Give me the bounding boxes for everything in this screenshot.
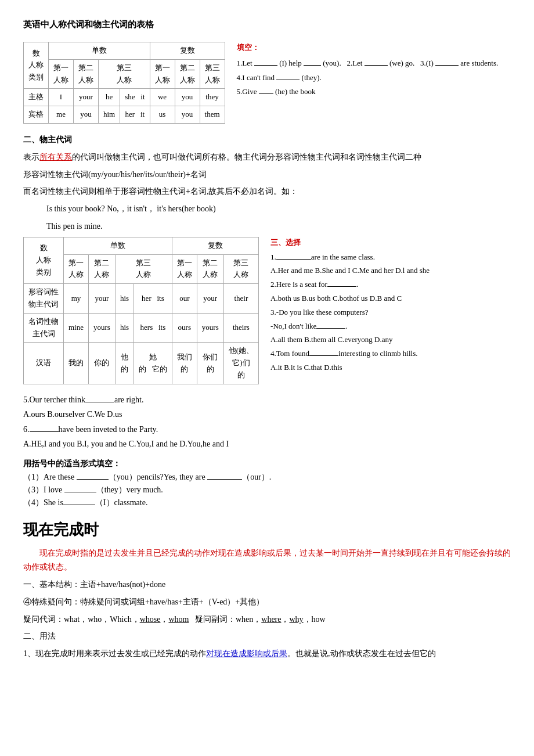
- t2-your: your: [89, 284, 116, 314]
- fill2-item1: （1）Are these （you）pencils?Yes, they are …: [23, 471, 511, 484]
- cell-I: I: [49, 89, 74, 106]
- select-q1: 1.are in the same class.: [270, 251, 430, 264]
- section2-example2: This pen is mine.: [46, 219, 511, 233]
- cell-you-p: you: [175, 89, 200, 106]
- cell-shu: 数人称类别: [24, 42, 49, 89]
- t2-cn2: 你的: [89, 343, 116, 384]
- cell-he: he: [99, 89, 120, 106]
- t2-noun-label: 名词性物主代词: [24, 313, 64, 343]
- select-q3b: -No,I don't like.: [270, 321, 430, 333]
- t2-2s: 第二人称: [89, 254, 116, 284]
- select-title: 三、选择: [270, 237, 430, 249]
- cell-1st-s: 第一人称: [49, 59, 74, 89]
- t2-my: my: [64, 284, 89, 314]
- t2-1p: 第一人称: [172, 254, 197, 284]
- cell-they: they: [200, 89, 225, 106]
- cell-she: she it: [120, 89, 150, 106]
- exercise-section: 5.Our tercher thinkare right. A.ours B.o…: [23, 394, 511, 451]
- usage-title: 二、用法: [23, 629, 511, 643]
- cell-you-obj-p: you: [175, 106, 200, 124]
- table2-area: 数人称类别 单数 复数 第一人称 第二人称 第三人称 第一人称 第二人称 第三人…: [23, 237, 259, 384]
- fill2-title: 用括号中的适当形式填空：: [23, 458, 511, 470]
- t2-cn7: 他(她、它)们的: [223, 343, 258, 384]
- fill2-item4: （4）She is（I）classmate.: [23, 496, 511, 509]
- select-section: 三、选择 1.are in the same class. A.Her and …: [270, 237, 430, 376]
- t2-your-p: your: [197, 284, 223, 314]
- select-q4-options: A.it B.it is C.that D.this: [270, 362, 430, 374]
- cell-2nd-s: 第二人称: [74, 59, 99, 89]
- exercise5-options: A.ours B.ourselver C.We D.us: [23, 408, 511, 421]
- t2-plural: 复数: [172, 237, 258, 254]
- section2-title: 二、物主代词: [23, 133, 511, 147]
- fill-item-2: 4.I can't find (they).: [237, 72, 511, 84]
- intro-para: 现在完成时指的是过去发生并且已经完成的动作对现在造成影响或后果，过去某一时间开始…: [23, 546, 511, 574]
- cell-subject: 主格: [24, 89, 49, 106]
- cell-me: me: [49, 106, 74, 124]
- t2-cn6: 你们的: [197, 343, 223, 384]
- t2-shu: 数人称类别: [24, 237, 64, 283]
- fill2-section: 用括号中的适当形式填空： （1）Are these （you）pencils?Y…: [23, 458, 511, 510]
- cell-him: him: [99, 106, 120, 124]
- pronoun-table1: 数人称类别 单数 复数 第一人称 第二人称 第三人称 第一人称 第二人称 第三人…: [23, 42, 225, 124]
- t2-3p: 第三人称: [223, 254, 258, 284]
- select-q4: 4.Tom foundinteresting to clinmb hills.: [270, 348, 430, 360]
- t2-their: their: [223, 284, 258, 314]
- select-q3-options: A.all them B.them all C.everyong D.any: [270, 334, 430, 346]
- t2-her: her its: [134, 284, 172, 314]
- exercise5: 5.Our tercher thinkare right.: [23, 394, 511, 406]
- cell-we: we: [150, 89, 175, 106]
- t2-singular: 单数: [64, 237, 172, 254]
- section2-text3: 而名词性物主代词则相单于形容词性物主代词+名词,故其后不必加名词。如：: [23, 185, 511, 199]
- cell-3rd-p: 第三人称: [200, 59, 225, 89]
- cell-you-obj: you: [74, 106, 99, 124]
- pronoun-table2: 数人称类别 单数 复数 第一人称 第二人称 第三人称 第一人称 第二人称 第三人…: [23, 237, 259, 384]
- t2-mine: mine: [64, 313, 89, 343]
- section2-text1: 表示所有关系的代词叫做物主代词，也可叫做代词所有格。物主代词分形容词性物主代词和…: [23, 150, 511, 164]
- fill-item-3: 5.Give (he) the book: [237, 86, 511, 98]
- section2-text2: 形容词性物主代词(my/your/his/her/its/our/their)+…: [23, 168, 511, 182]
- cell-your: your: [74, 89, 99, 106]
- t2-cn4: 她的 它的: [134, 343, 172, 384]
- t2-chinese-label: 汉语: [24, 343, 64, 384]
- fill2-item3: （3）I love （they）very much.: [23, 484, 511, 496]
- cell-us: us: [150, 106, 175, 124]
- table1-area: 数人称类别 单数 复数 第一人称 第二人称 第三人称 第一人称 第二人称 第三人…: [23, 42, 225, 124]
- cell-her: her it: [120, 106, 150, 124]
- select-q2-options: A.both us B.us both C.bothof us D.B and …: [270, 293, 430, 305]
- t2-adj-label: 形容词性物主代词: [24, 284, 64, 314]
- t2-yours-p: yours: [197, 313, 223, 343]
- big-title: 现在完成时: [23, 518, 511, 542]
- cell-plural: 复数: [150, 42, 225, 60]
- exercise6: 6.have been inveted to the Party.: [23, 423, 511, 436]
- cell-3rd-s: 第三人称: [99, 59, 150, 89]
- cell-2nd-p: 第二人称: [175, 59, 200, 89]
- t2-our: our: [172, 284, 197, 314]
- fill-item-1: 1.Let (I) help (you). 2.Let (we) go. 3.(…: [237, 57, 511, 70]
- t2-cn1: 我的: [64, 343, 89, 384]
- t2-ours: ours: [172, 313, 197, 343]
- t2-theirs: theirs: [223, 313, 258, 343]
- t2-his: his: [115, 284, 134, 314]
- select-q2: 2.Here is a seat for.: [270, 279, 430, 291]
- t2-yours: yours: [89, 313, 116, 343]
- fill-area-1: 填空： 1.Let (I) help (you). 2.Let (we) go.…: [237, 42, 511, 124]
- t2-1s: 第一人称: [64, 254, 89, 284]
- t2-2p: 第二人称: [197, 254, 223, 284]
- cell-singular: 单数: [49, 42, 150, 60]
- basic-structure: 一、基本结构：主语+have/has(not)+done: [23, 578, 511, 592]
- t2-cn5: 我们的: [172, 343, 197, 384]
- t2-hers: hers its: [134, 313, 172, 343]
- t2-his2: his: [115, 313, 134, 343]
- usage-1: 1、现在完成时用来表示过去发生或已经完成的动作对现在造成影响或后果。也就是说,动…: [23, 647, 511, 661]
- select-q1-options: A.Her and me B.She and I C.Me and her D.…: [270, 265, 430, 277]
- fill-title: 填空：: [237, 42, 511, 54]
- section2-example1: Is this your book? No,，it isn't， it's he…: [46, 202, 511, 216]
- t2-3s: 第三人称: [115, 254, 172, 284]
- cell-1st-p: 第一人称: [150, 59, 175, 89]
- select-q3: 3.-Do you like these computers?: [270, 307, 430, 319]
- t2-cn3: 他的: [115, 343, 134, 384]
- q-pronoun: 疑问代词：what，who，Which，whose，whom 疑问副词：when…: [23, 613, 511, 627]
- cell-them: them: [200, 106, 225, 124]
- exercise6-options: A.HE,I and you B.I, you and he C.You,I a…: [23, 438, 511, 451]
- cell-object: 宾格: [24, 106, 49, 124]
